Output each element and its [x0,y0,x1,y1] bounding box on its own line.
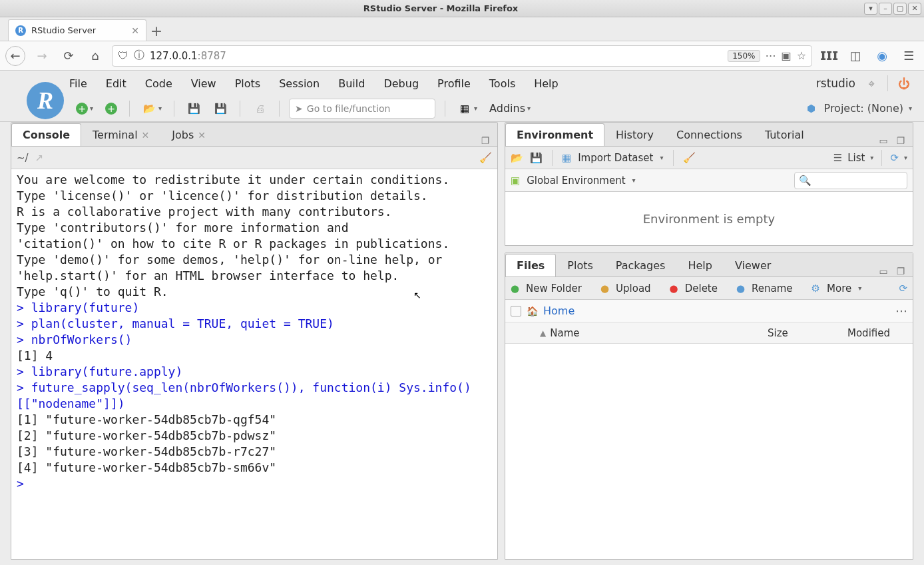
console-popout-icon[interactable]: ↗ [35,152,44,164]
new-tab-button[interactable]: + [146,21,166,41]
hamburger-menu-icon[interactable]: ☰ [899,46,919,66]
more-button[interactable]: More [827,282,851,294]
sort-asc-icon: ▲ [540,328,546,338]
breadcrumb-home[interactable]: Home [543,304,575,317]
home-icon[interactable]: 🏠 [527,306,538,316]
tab-viewer[interactable]: Viewer [724,254,782,277]
tab-help[interactable]: Help [676,254,723,277]
select-all-checkbox[interactable] [511,306,521,316]
tab-connections[interactable]: Connections [665,123,754,146]
refresh-icon[interactable]: ⟳ [890,152,899,164]
info-icon[interactable]: ⓘ [134,49,144,63]
menu-tools[interactable]: Tools [489,77,515,90]
menu-edit[interactable]: Edit [106,77,126,90]
tab-jobs[interactable]: Jobs✕ [160,123,217,146]
new-project-button[interactable]: + [103,100,120,117]
tracking-icon[interactable]: ▣ [782,49,792,62]
env-search-input[interactable]: 🔍 [794,172,907,189]
plus-icon: + [76,103,88,115]
path-more-icon[interactable]: ⋯ [895,304,907,318]
menu-file[interactable]: File [69,77,87,90]
close-icon[interactable]: ✕ [198,130,206,141]
console-input-line: > nbrOfWorkers() [17,332,492,348]
tab-files[interactable]: Files [505,254,556,277]
sidebar-icon[interactable]: ◫ [845,46,865,66]
tab-close-icon[interactable]: ✕ [131,25,139,36]
menu-profile[interactable]: Profile [437,77,471,90]
save-button[interactable]: 💾 [184,100,204,117]
print-button[interactable]: 🖨 [250,100,270,117]
menu-session[interactable]: Session [279,77,320,90]
console-output-line: 'help.start()' for an HTML browser inter… [17,268,492,284]
minimize-pane-icon[interactable]: ▭ [877,266,890,277]
goto-file-input[interactable]: ➤ Go to file/function [289,99,435,119]
col-size-header[interactable]: Size [760,327,839,339]
upload-button[interactable]: Upload [616,282,651,294]
tab-history[interactable]: History [604,123,665,146]
menu-debug[interactable]: Debug [383,77,419,90]
console-output[interactable]: You are welcome to redistribute it under… [11,169,497,559]
menu-code[interactable]: Code [145,77,172,90]
load-workspace-icon[interactable]: 📂 [511,152,523,164]
project-caret-icon[interactable]: ▾ [909,105,912,112]
console-input-line: > library(future.apply) [17,364,492,380]
import-dataset-button[interactable]: Import Dataset [578,152,653,164]
bookmark-star-icon[interactable]: ☆ [797,49,806,62]
browser-tab-active[interactable]: R RStudio Server ✕ [8,19,146,41]
open-file-button[interactable]: 📂▾ [139,100,164,117]
save-workspace-icon[interactable]: 💾 [530,152,543,164]
divider [887,75,888,91]
tab-tutorial[interactable]: Tutorial [754,123,815,146]
console-output-line: Type 'license()' or 'licence()' for dist… [17,188,492,204]
refresh-files-icon[interactable]: ⟳ [899,282,907,294]
zoom-badge[interactable]: 150% [728,50,760,62]
broom-icon[interactable]: 🧹 [479,152,492,164]
maximize-pane-icon[interactable]: ❐ [479,135,492,146]
window-maximize-icon[interactable]: ▢ [893,3,907,15]
grid-button[interactable]: ▦▾ [455,100,480,117]
search-icon: 🔍 [799,175,811,187]
plus-cube-icon: + [105,103,117,115]
page-actions-icon[interactable]: ⋯ [766,49,776,62]
col-modified-header[interactable]: Modified [839,327,913,339]
console-output-line: R is a collaborative project with many c… [17,204,492,220]
menu-help[interactable]: Help [534,77,558,90]
minimize-pane-icon[interactable]: ▭ [877,135,890,146]
nav-reload-button[interactable]: ⟳ [59,46,79,66]
list-view-button[interactable]: List [847,152,865,164]
project-label[interactable]: Project: (None) [824,102,903,115]
delete-button[interactable]: Delete [685,282,718,294]
nav-back-button[interactable]: ← [5,46,25,66]
rename-button[interactable]: Rename [752,282,793,294]
window-minimize-icon[interactable]: – [879,3,892,15]
menu-plots[interactable]: Plots [235,77,261,90]
nav-forward-button[interactable]: → [32,46,52,66]
close-icon[interactable]: ✕ [142,130,150,141]
tab-plots[interactable]: Plots [556,254,604,277]
tab-environment[interactable]: Environment [505,123,604,146]
tab-console[interactable]: Console [11,123,81,146]
library-icon[interactable]: 𝗜𝗜𝗜 [819,46,839,66]
menu-view[interactable]: View [191,77,216,90]
addins-dropdown[interactable]: Addins ▾ [487,100,533,117]
window-dropdown-icon[interactable]: ▾ [864,3,877,15]
col-name-header[interactable]: ▲Name [532,327,760,339]
new-file-button[interactable]: +▾ [73,100,96,117]
nav-home-button[interactable]: ⌂ [85,46,105,66]
menu-build[interactable]: Build [338,77,365,90]
maximize-pane-icon[interactable]: ❐ [894,266,907,277]
tab-packages[interactable]: Packages [604,254,677,277]
tab-terminal[interactable]: Terminal✕ [81,123,160,146]
save-all-button[interactable]: 💾 [210,100,230,117]
clear-workspace-icon[interactable]: 🧹 [683,152,696,164]
divider [445,101,445,117]
power-icon[interactable]: ⏻ [896,75,912,91]
maximize-pane-icon[interactable]: ❐ [894,135,907,146]
console-input-line: > library(future) [17,300,492,316]
window-close-icon[interactable]: ✕ [908,3,921,15]
new-folder-button[interactable]: New Folder [526,282,582,294]
env-scope-dropdown[interactable]: Global Environment [527,175,625,187]
url-bar[interactable]: 🛡 ⓘ 127.0.0.1:8787 150% ⋯ ▣ ☆ [112,45,812,67]
signout-icon[interactable]: ⎆ [863,75,879,91]
extensions-icon[interactable]: ◉ [872,46,892,66]
